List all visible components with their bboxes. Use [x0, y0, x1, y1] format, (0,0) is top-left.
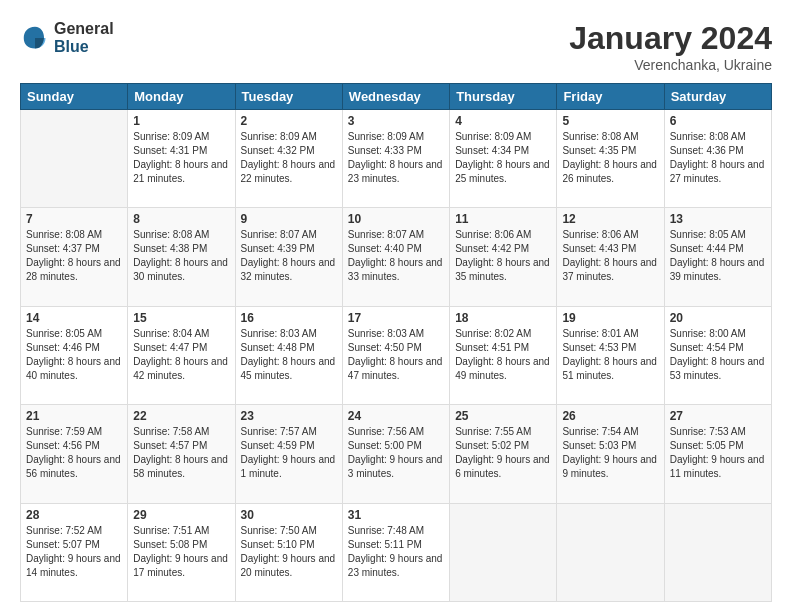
table-cell: 5Sunrise: 8:08 AMSunset: 4:35 PMDaylight…: [557, 110, 664, 208]
table-cell: 7Sunrise: 8:08 AMSunset: 4:37 PMDaylight…: [21, 208, 128, 306]
header-saturday: Saturday: [664, 84, 771, 110]
table-cell: 30Sunrise: 7:50 AMSunset: 5:10 PMDayligh…: [235, 503, 342, 601]
week-row-3: 14Sunrise: 8:05 AMSunset: 4:46 PMDayligh…: [21, 306, 772, 404]
table-cell: [21, 110, 128, 208]
week-row-1: 1Sunrise: 8:09 AMSunset: 4:31 PMDaylight…: [21, 110, 772, 208]
day-number: 30: [241, 508, 337, 522]
day-info: Sunrise: 7:50 AMSunset: 5:10 PMDaylight:…: [241, 524, 337, 580]
table-cell: 18Sunrise: 8:02 AMSunset: 4:51 PMDayligh…: [450, 306, 557, 404]
table-cell: 22Sunrise: 7:58 AMSunset: 4:57 PMDayligh…: [128, 405, 235, 503]
day-number: 31: [348, 508, 444, 522]
day-info: Sunrise: 8:09 AMSunset: 4:33 PMDaylight:…: [348, 130, 444, 186]
logo-general-text: General: [54, 20, 114, 38]
table-cell: 4Sunrise: 8:09 AMSunset: 4:34 PMDaylight…: [450, 110, 557, 208]
day-number: 3: [348, 114, 444, 128]
day-info: Sunrise: 8:05 AMSunset: 4:46 PMDaylight:…: [26, 327, 122, 383]
table-cell: 9Sunrise: 8:07 AMSunset: 4:39 PMDaylight…: [235, 208, 342, 306]
logo: General Blue: [20, 20, 114, 55]
day-number: 29: [133, 508, 229, 522]
table-cell: 12Sunrise: 8:06 AMSunset: 4:43 PMDayligh…: [557, 208, 664, 306]
day-info: Sunrise: 8:03 AMSunset: 4:48 PMDaylight:…: [241, 327, 337, 383]
table-cell: 29Sunrise: 7:51 AMSunset: 5:08 PMDayligh…: [128, 503, 235, 601]
title-block: January 2024 Verenchanka, Ukraine: [569, 20, 772, 73]
day-number: 26: [562, 409, 658, 423]
day-number: 20: [670, 311, 766, 325]
day-info: Sunrise: 8:03 AMSunset: 4:50 PMDaylight:…: [348, 327, 444, 383]
day-info: Sunrise: 7:58 AMSunset: 4:57 PMDaylight:…: [133, 425, 229, 481]
header-thursday: Thursday: [450, 84, 557, 110]
table-cell: 19Sunrise: 8:01 AMSunset: 4:53 PMDayligh…: [557, 306, 664, 404]
logo-blue-text: Blue: [54, 38, 114, 56]
day-number: 24: [348, 409, 444, 423]
day-number: 15: [133, 311, 229, 325]
day-number: 1: [133, 114, 229, 128]
day-info: Sunrise: 7:51 AMSunset: 5:08 PMDaylight:…: [133, 524, 229, 580]
header-sunday: Sunday: [21, 84, 128, 110]
day-info: Sunrise: 7:53 AMSunset: 5:05 PMDaylight:…: [670, 425, 766, 481]
page: General Blue January 2024 Verenchanka, U…: [0, 0, 792, 612]
day-number: 2: [241, 114, 337, 128]
header-monday: Monday: [128, 84, 235, 110]
day-info: Sunrise: 8:08 AMSunset: 4:37 PMDaylight:…: [26, 228, 122, 284]
header-wednesday: Wednesday: [342, 84, 449, 110]
day-number: 25: [455, 409, 551, 423]
table-cell: [450, 503, 557, 601]
table-cell: 8Sunrise: 8:08 AMSunset: 4:38 PMDaylight…: [128, 208, 235, 306]
table-cell: 11Sunrise: 8:06 AMSunset: 4:42 PMDayligh…: [450, 208, 557, 306]
day-number: 11: [455, 212, 551, 226]
day-number: 21: [26, 409, 122, 423]
sub-title: Verenchanka, Ukraine: [569, 57, 772, 73]
header-friday: Friday: [557, 84, 664, 110]
day-info: Sunrise: 7:52 AMSunset: 5:07 PMDaylight:…: [26, 524, 122, 580]
day-number: 13: [670, 212, 766, 226]
table-cell: 16Sunrise: 8:03 AMSunset: 4:48 PMDayligh…: [235, 306, 342, 404]
day-number: 10: [348, 212, 444, 226]
day-info: Sunrise: 8:05 AMSunset: 4:44 PMDaylight:…: [670, 228, 766, 284]
week-row-2: 7Sunrise: 8:08 AMSunset: 4:37 PMDaylight…: [21, 208, 772, 306]
day-info: Sunrise: 7:54 AMSunset: 5:03 PMDaylight:…: [562, 425, 658, 481]
table-cell: [557, 503, 664, 601]
day-info: Sunrise: 8:06 AMSunset: 4:42 PMDaylight:…: [455, 228, 551, 284]
day-number: 8: [133, 212, 229, 226]
week-row-5: 28Sunrise: 7:52 AMSunset: 5:07 PMDayligh…: [21, 503, 772, 601]
logo-text: General Blue: [54, 20, 114, 55]
day-info: Sunrise: 8:09 AMSunset: 4:32 PMDaylight:…: [241, 130, 337, 186]
table-cell: 26Sunrise: 7:54 AMSunset: 5:03 PMDayligh…: [557, 405, 664, 503]
table-cell: 27Sunrise: 7:53 AMSunset: 5:05 PMDayligh…: [664, 405, 771, 503]
day-number: 5: [562, 114, 658, 128]
table-cell: 2Sunrise: 8:09 AMSunset: 4:32 PMDaylight…: [235, 110, 342, 208]
day-info: Sunrise: 8:01 AMSunset: 4:53 PMDaylight:…: [562, 327, 658, 383]
day-info: Sunrise: 8:08 AMSunset: 4:38 PMDaylight:…: [133, 228, 229, 284]
day-info: Sunrise: 8:02 AMSunset: 4:51 PMDaylight:…: [455, 327, 551, 383]
day-number: 6: [670, 114, 766, 128]
day-number: 19: [562, 311, 658, 325]
logo-icon: [20, 23, 50, 53]
day-info: Sunrise: 8:09 AMSunset: 4:34 PMDaylight:…: [455, 130, 551, 186]
day-info: Sunrise: 7:56 AMSunset: 5:00 PMDaylight:…: [348, 425, 444, 481]
table-cell: 31Sunrise: 7:48 AMSunset: 5:11 PMDayligh…: [342, 503, 449, 601]
table-cell: 24Sunrise: 7:56 AMSunset: 5:00 PMDayligh…: [342, 405, 449, 503]
table-cell: 28Sunrise: 7:52 AMSunset: 5:07 PMDayligh…: [21, 503, 128, 601]
day-info: Sunrise: 8:08 AMSunset: 4:35 PMDaylight:…: [562, 130, 658, 186]
day-info: Sunrise: 8:08 AMSunset: 4:36 PMDaylight:…: [670, 130, 766, 186]
day-info: Sunrise: 7:57 AMSunset: 4:59 PMDaylight:…: [241, 425, 337, 481]
table-cell: 14Sunrise: 8:05 AMSunset: 4:46 PMDayligh…: [21, 306, 128, 404]
day-number: 16: [241, 311, 337, 325]
day-number: 12: [562, 212, 658, 226]
day-info: Sunrise: 8:07 AMSunset: 4:39 PMDaylight:…: [241, 228, 337, 284]
day-info: Sunrise: 8:00 AMSunset: 4:54 PMDaylight:…: [670, 327, 766, 383]
day-number: 18: [455, 311, 551, 325]
calendar-table: Sunday Monday Tuesday Wednesday Thursday…: [20, 83, 772, 602]
day-info: Sunrise: 7:55 AMSunset: 5:02 PMDaylight:…: [455, 425, 551, 481]
table-cell: 20Sunrise: 8:00 AMSunset: 4:54 PMDayligh…: [664, 306, 771, 404]
table-cell: 6Sunrise: 8:08 AMSunset: 4:36 PMDaylight…: [664, 110, 771, 208]
day-info: Sunrise: 8:06 AMSunset: 4:43 PMDaylight:…: [562, 228, 658, 284]
day-number: 28: [26, 508, 122, 522]
day-number: 7: [26, 212, 122, 226]
day-number: 22: [133, 409, 229, 423]
day-number: 4: [455, 114, 551, 128]
day-info: Sunrise: 8:07 AMSunset: 4:40 PMDaylight:…: [348, 228, 444, 284]
table-cell: 13Sunrise: 8:05 AMSunset: 4:44 PMDayligh…: [664, 208, 771, 306]
day-number: 27: [670, 409, 766, 423]
table-cell: 25Sunrise: 7:55 AMSunset: 5:02 PMDayligh…: [450, 405, 557, 503]
